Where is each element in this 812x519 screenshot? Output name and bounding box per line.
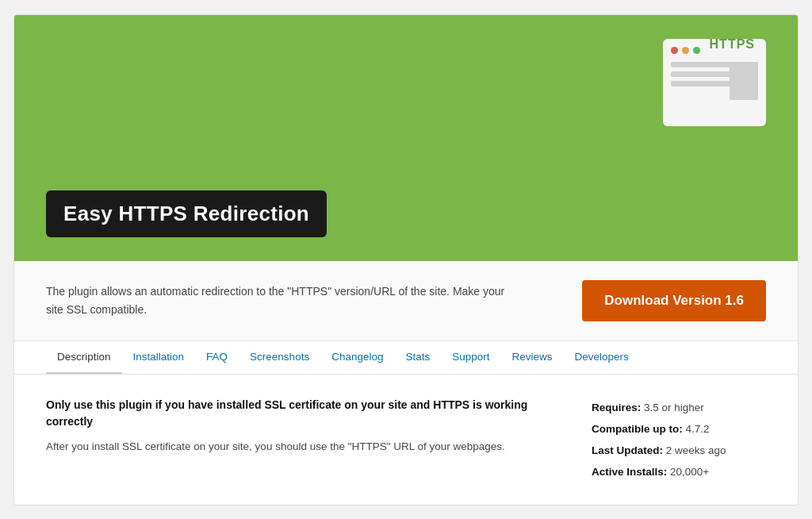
plugin-title: Easy HTTPS Redirection	[63, 202, 309, 225]
sidebar-installs: Active Installs: 20,000+	[592, 461, 766, 482]
https-line-3	[671, 81, 732, 86]
plugin-description: The plugin allows an automatic redirecti…	[46, 283, 506, 318]
installs-label: Active Installs:	[592, 466, 667, 478]
tab-screenshots[interactable]: Screenshots	[239, 341, 320, 374]
tab-stats[interactable]: Stats	[394, 341, 441, 374]
dot-red	[671, 47, 678, 54]
dot-green	[693, 47, 700, 54]
requires-label: Requires:	[592, 402, 641, 413]
content-body: After you install SSL certificate on you…	[46, 438, 560, 456]
https-icon-body	[671, 62, 758, 100]
installs-value: 20,000+	[670, 466, 709, 478]
https-icon-image-box	[730, 63, 758, 100]
tabs-bar: Description Installation FAQ Screenshots…	[14, 341, 798, 375]
sidebar-updated: Last Updated: 2 weeks ago	[592, 440, 766, 461]
content-heading: Only use this plugin if you have install…	[46, 397, 560, 430]
main-content: Only use this plugin if you have install…	[46, 397, 560, 482]
page-wrapper: HTTPS Easy HTTPS Redirection The plugin …	[13, 14, 799, 506]
compatible-value: 4.7.2	[686, 423, 710, 435]
tab-installation[interactable]: Installation	[122, 341, 196, 374]
tab-description[interactable]: Description	[46, 341, 122, 374]
download-button[interactable]: Download Version 1.6	[582, 280, 766, 321]
tab-faq[interactable]: FAQ	[195, 341, 239, 374]
https-plugin-icon: HTTPS	[663, 39, 766, 126]
hero-banner: HTTPS Easy HTTPS Redirection	[14, 15, 798, 261]
tab-changelog[interactable]: Changelog	[320, 341, 394, 374]
info-bar: The plugin allows an automatic redirecti…	[14, 261, 798, 341]
tab-support[interactable]: Support	[441, 341, 500, 374]
tab-developers[interactable]: Developers	[564, 341, 640, 374]
updated-value: 2 weeks ago	[666, 444, 726, 456]
tab-reviews[interactable]: Reviews	[501, 341, 564, 374]
requires-value: 3.5 or higher	[644, 402, 704, 413]
updated-label: Last Updated:	[592, 444, 663, 456]
dot-orange	[682, 47, 689, 54]
https-text-label: HTTPS	[710, 37, 755, 52]
sidebar-compatible: Compatible up to: 4.7.2	[592, 418, 766, 440]
plugin-title-box: Easy HTTPS Redirection	[46, 190, 327, 237]
compatible-label: Compatible up to:	[592, 423, 683, 435]
sidebar-requires: Requires: 3.5 or higher	[592, 397, 766, 418]
window-dots	[671, 47, 700, 54]
sidebar-info: Requires: 3.5 or higher Compatible up to…	[592, 397, 766, 482]
content-area: Only use this plugin if you have install…	[14, 375, 798, 505]
